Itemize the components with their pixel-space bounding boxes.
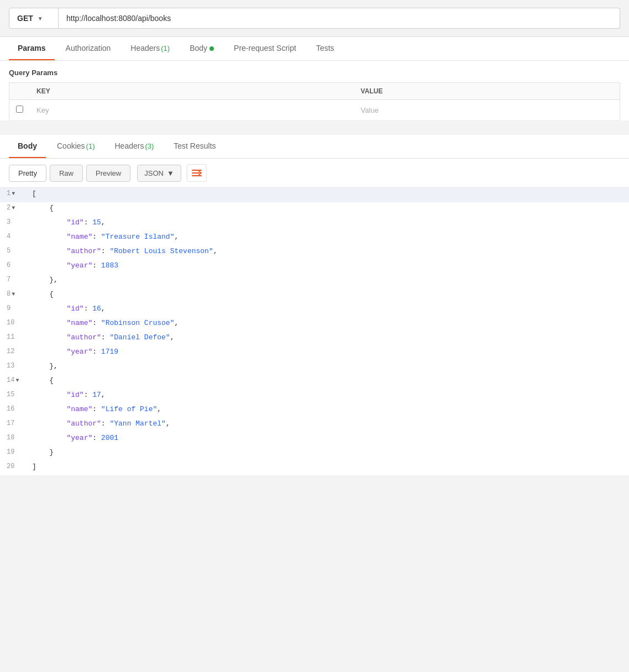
params-value-header: VALUE xyxy=(354,83,620,100)
line-content: "year": 1719 xyxy=(28,346,629,358)
code-line: 12 "year": 1719 xyxy=(0,346,629,360)
line-content: "name": "Robinson Crusoe", xyxy=(28,317,629,329)
json-format-label: JSON xyxy=(144,169,164,177)
line-content: "name": "Treasure Island", xyxy=(28,231,629,243)
method-chevron: ▼ xyxy=(38,15,43,22)
json-chevron: ▼ xyxy=(167,169,174,177)
pretty-button[interactable]: Pretty xyxy=(9,165,46,182)
line-content: { xyxy=(28,375,629,386)
tab-response-headers[interactable]: Headers(3) xyxy=(106,135,163,158)
code-toolbar: Pretty Raw Preview JSON ▼ xyxy=(0,159,629,188)
collapse-arrow[interactable]: ▼ xyxy=(12,191,15,197)
line-content: } xyxy=(28,447,629,458)
line-number: 19 xyxy=(0,447,28,458)
line-number: 1▼ xyxy=(0,188,28,199)
tab-test-results[interactable]: Test Results xyxy=(165,135,224,158)
code-line: 16 "name": "Life of Pie", xyxy=(0,403,629,418)
body-dot xyxy=(209,46,214,51)
line-number: 2▼ xyxy=(0,202,28,213)
params-row-checkbox[interactable] xyxy=(16,106,23,113)
line-content: "author": "Robert Louis Stevenson", xyxy=(28,245,629,257)
line-content: "id": 15, xyxy=(28,217,629,228)
line-content: "author": "Daniel Defoe", xyxy=(28,332,629,343)
query-params-section: Query Params KEY VALUE Key Value xyxy=(0,61,629,120)
line-content: "id": 16, xyxy=(28,303,629,314)
code-line: 10 "name": "Robinson Crusoe", xyxy=(0,317,629,332)
line-number: 6 xyxy=(0,260,28,271)
code-line: 18 "year": 2001 xyxy=(0,432,629,447)
code-line: 6 "year": 1883 xyxy=(0,260,629,274)
line-number: 13 xyxy=(0,360,28,371)
code-line: 7 }, xyxy=(0,274,629,288)
line-number: 4 xyxy=(0,231,28,242)
preview-button[interactable]: Preview xyxy=(86,165,130,182)
code-line: 11 "author": "Daniel Defoe", xyxy=(0,332,629,346)
wrap-button[interactable] xyxy=(187,164,207,182)
tab-cookies[interactable]: Cookies(1) xyxy=(48,135,103,158)
line-content: { xyxy=(28,202,629,214)
line-content: }, xyxy=(28,274,629,286)
code-line: 9 "id": 16, xyxy=(0,303,629,317)
line-number: 8▼ xyxy=(0,288,28,300)
tab-params[interactable]: Params xyxy=(9,37,55,60)
line-number: 5 xyxy=(0,245,28,256)
line-content: ] xyxy=(28,461,629,473)
line-number: 15 xyxy=(0,389,28,400)
code-line: 20] xyxy=(0,461,629,475)
raw-button[interactable]: Raw xyxy=(50,165,83,182)
code-line: 13 }, xyxy=(0,360,629,375)
method-label: GET xyxy=(17,14,33,23)
line-content: "name": "Life of Pie", xyxy=(28,403,629,415)
params-value-cell[interactable]: Value xyxy=(354,100,620,120)
response-tabs: Body Cookies(1) Headers(3) Test Results xyxy=(0,135,629,159)
line-number: 12 xyxy=(0,346,28,357)
line-content: }, xyxy=(28,360,629,372)
code-line: 15 "id": 17, xyxy=(0,389,629,403)
params-table: KEY VALUE Key Value xyxy=(9,82,620,120)
collapse-arrow[interactable]: ▼ xyxy=(12,205,15,211)
tab-body[interactable]: Body xyxy=(181,37,223,60)
line-content: "author": "Yann Martel", xyxy=(28,418,629,429)
code-line: 14▼ { xyxy=(0,375,629,389)
code-line: 8▼ { xyxy=(0,288,629,303)
collapse-arrow[interactable]: ▼ xyxy=(15,377,19,384)
code-viewer: 1▼[2▼ {3 "id": 15,4 "name": "Treasure Is… xyxy=(0,188,629,475)
url-bar: GET ▼ xyxy=(0,0,629,37)
code-line: 17 "author": "Yann Martel", xyxy=(0,418,629,432)
line-number: 16 xyxy=(0,403,28,414)
line-number: 7 xyxy=(0,274,28,285)
query-params-title: Query Params xyxy=(9,69,620,77)
line-number: 3 xyxy=(0,217,28,228)
tab-prerequest[interactable]: Pre-request Script xyxy=(225,37,305,60)
code-line: 5 "author": "Robert Louis Stevenson", xyxy=(0,245,629,260)
json-format-select[interactable]: JSON ▼ xyxy=(137,165,181,182)
params-checkbox-col xyxy=(9,83,30,100)
params-key-header: KEY xyxy=(30,83,354,100)
tab-response-body[interactable]: Body xyxy=(9,135,46,158)
line-number: 17 xyxy=(0,418,28,429)
code-line: 1▼[ xyxy=(0,188,629,202)
line-number: 9 xyxy=(0,303,28,314)
collapse-arrow[interactable]: ▼ xyxy=(12,291,15,297)
wrap-icon xyxy=(191,168,202,178)
tab-tests[interactable]: Tests xyxy=(307,37,343,60)
method-select[interactable]: GET ▼ xyxy=(9,8,59,29)
line-content: [ xyxy=(28,188,629,200)
line-content: "year": 2001 xyxy=(28,432,629,444)
params-row-empty: Key Value xyxy=(9,100,620,120)
section-divider xyxy=(0,120,629,126)
params-key-cell[interactable]: Key xyxy=(30,100,354,120)
code-line: 19 } xyxy=(0,447,629,461)
code-line: 3 "id": 15, xyxy=(0,217,629,231)
tab-headers[interactable]: Headers(1) xyxy=(122,37,179,60)
line-content: { xyxy=(28,288,629,300)
line-number: 11 xyxy=(0,332,28,343)
code-line: 2▼ { xyxy=(0,202,629,217)
line-content: "id": 17, xyxy=(28,389,629,401)
tab-authorization[interactable]: Authorization xyxy=(57,37,120,60)
url-input[interactable] xyxy=(59,8,620,29)
line-number: 14▼ xyxy=(0,375,28,386)
line-content: "year": 1883 xyxy=(28,260,629,271)
request-tabs: Params Authorization Headers(1) Body Pre… xyxy=(0,37,629,61)
line-number: 10 xyxy=(0,317,28,328)
